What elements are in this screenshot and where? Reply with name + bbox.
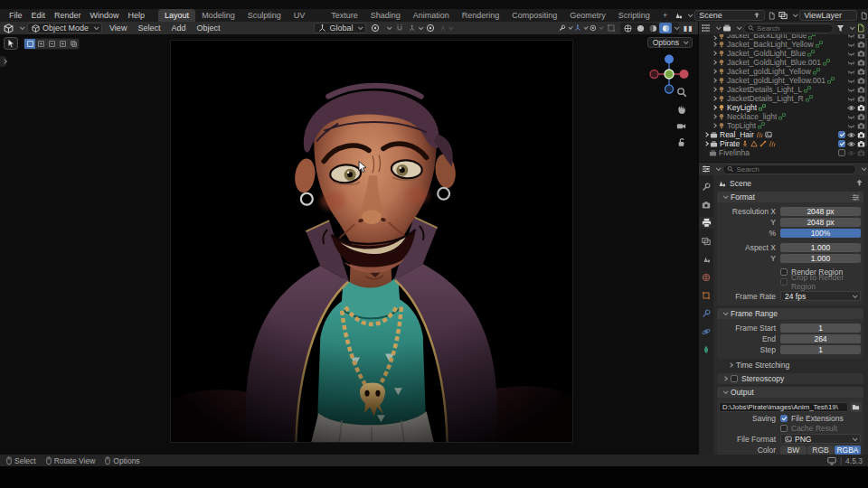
shading-options-chevron[interactable] [675,24,680,30]
disable-render-icon[interactable] [857,34,865,40]
outliner-row-pirate[interactable]: Pirate [699,139,868,148]
snap-settings-dropdown[interactable] [409,23,421,33]
outliner-scrollbar[interactable] [865,38,867,146]
tab-layout[interactable]: Layout [158,9,195,22]
expand-chevron[interactable] [712,114,717,119]
hide-viewport-icon[interactable] [847,149,855,157]
tab-rendering[interactable]: Rendering [456,9,506,22]
disable-render-icon[interactable] [857,77,865,85]
disable-render-icon[interactable] [857,68,865,76]
tab-output-properties[interactable] [699,217,713,229]
zoom-icon[interactable] [676,87,687,98]
outliner-search[interactable] [743,23,834,33]
hide-viewport-icon[interactable] [847,59,855,67]
tab-sculpting[interactable]: Sculpting [241,9,288,22]
options-dropdown[interactable]: Options [647,37,693,48]
tab-compositing[interactable]: Compositing [505,9,563,22]
expand-chevron[interactable] [712,78,717,83]
pirate-character-render[interactable] [171,41,572,442]
cache-result-checkbox[interactable] [780,425,788,432]
aspect-y-field[interactable]: 1.000 [780,254,861,263]
properties-search-input[interactable] [736,165,852,174]
tab-object-properties[interactable] [699,289,713,301]
disable-render-icon[interactable] [857,122,865,130]
hide-viewport-icon[interactable] [847,41,855,49]
frame-range-panel-header[interactable]: Frame Range [717,308,863,319]
menu-file[interactable]: File [5,11,27,20]
outliner-row-fivelinha[interactable]: Fivelinha [699,148,868,157]
transform-orientation-dropdown[interactable]: Global [314,23,366,33]
mode-dropdown[interactable]: Object Mode [27,23,102,33]
properties-search[interactable] [722,164,856,174]
expand-chevron[interactable] [712,105,717,110]
proportional-falloff-dropdown[interactable]: ∧ [439,23,452,33]
presets-icon[interactable] [852,193,860,202]
menu-select[interactable]: Select [134,23,164,33]
select-mode-invert[interactable] [57,39,68,49]
scene-browse-icon[interactable] [674,11,683,20]
outliner-row[interactable]: TopLight [699,121,868,130]
expand-chevron[interactable] [712,51,717,56]
format-panel-header[interactable]: Format [717,192,863,202]
tab-animation[interactable]: Animation [407,9,456,22]
active-tool-button[interactable] [4,37,18,50]
crop-render-region-checkbox[interactable] [780,278,788,286]
color-bw-button[interactable]: BW [780,446,807,455]
collection-checkbox[interactable] [838,149,845,156]
tab-render-properties[interactable] [699,199,713,211]
menu-add[interactable]: Add [167,23,189,33]
3d-viewport[interactable]: Options [0,34,698,455]
hide-viewport-icon[interactable] [847,140,855,148]
pan-hand-icon[interactable] [676,104,687,115]
stereoscopy-panel-header[interactable]: Stereoscopy [717,373,863,384]
menu-render[interactable]: Render [50,11,86,20]
select-mode-extend[interactable] [35,39,46,49]
expand-chevron[interactable] [712,60,717,65]
color-rgb-button[interactable]: RGB [807,446,834,455]
hide-viewport-icon[interactable] [847,86,855,94]
disable-render-icon[interactable] [857,149,865,157]
pause-icon[interactable]: ▮▮ [682,23,694,33]
tab-scripting[interactable]: Scripting [612,9,656,22]
disable-render-icon[interactable] [857,113,865,121]
frame-step-field[interactable]: 1 [780,345,861,354]
viewlayer-selector[interactable]: ViewLayer [799,10,857,21]
chevron-down-icon[interactable] [793,12,798,17]
shading-rendered-button[interactable] [659,23,672,33]
viewlayer-browse-icon[interactable] [778,11,788,20]
hide-viewport-icon[interactable] [847,95,855,103]
file-extensions-checkbox[interactable] [780,415,788,422]
select-mode-intersect[interactable] [68,39,79,49]
disable-render-icon[interactable] [857,95,865,103]
disable-render-icon[interactable] [857,86,865,94]
outliner-display-mode-icon[interactable] [702,23,711,33]
hide-viewport-icon[interactable] [847,131,855,139]
resolution-y-field[interactable]: 2048 px [780,218,861,227]
tab-world-properties[interactable] [699,271,713,283]
shading-material-button[interactable] [646,23,659,33]
shading-wireframe-button[interactable] [621,23,634,33]
tab-data-properties[interactable] [699,343,713,355]
pin-icon[interactable] [855,179,863,187]
expand-chevron[interactable] [712,69,717,74]
collection-checkbox[interactable] [838,140,845,147]
output-path-field[interactable]: D:\Jobs\Pirate\images\Anim_Test\19\ [719,402,848,412]
menu-help[interactable]: Help [124,11,150,20]
object-type-visibility-dropdown[interactable] [559,23,571,33]
time-stretching-subpanel[interactable]: Time Stretching [717,360,863,371]
editor-type-icon[interactable] [4,23,14,33]
outliner-row-keylight[interactable]: KeyLight [699,103,868,112]
expand-chevron[interactable] [703,132,709,137]
add-workspace-button[interactable]: + [656,9,674,22]
collection-checkbox[interactable] [838,131,845,138]
lock-perspective-icon[interactable] [676,137,686,147]
resolution-x-field[interactable]: 2048 px [780,207,861,216]
select-mode-set[interactable] [24,39,35,49]
disable-render-icon[interactable] [857,50,865,58]
overlays-toggle[interactable] [590,23,602,33]
render-region-checkbox[interactable] [780,268,788,276]
frame-end-field[interactable]: 264 [780,334,861,343]
tab-shading[interactable]: Shading [364,9,407,22]
outliner-row[interactable]: Jacket_goldLight_Yellow.001 [699,76,868,85]
select-mode-subtract[interactable] [46,39,57,49]
